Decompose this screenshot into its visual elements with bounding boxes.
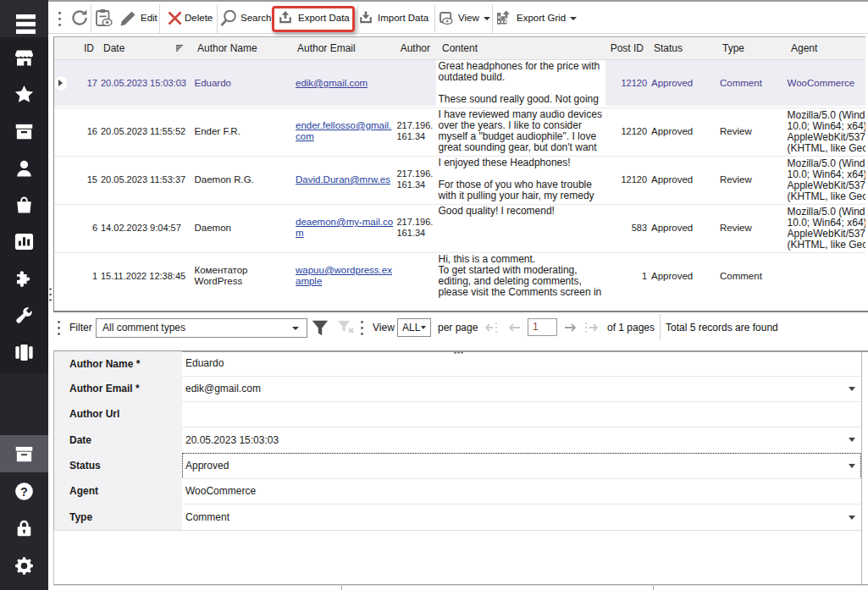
svg-text:?: ? <box>20 484 28 498</box>
